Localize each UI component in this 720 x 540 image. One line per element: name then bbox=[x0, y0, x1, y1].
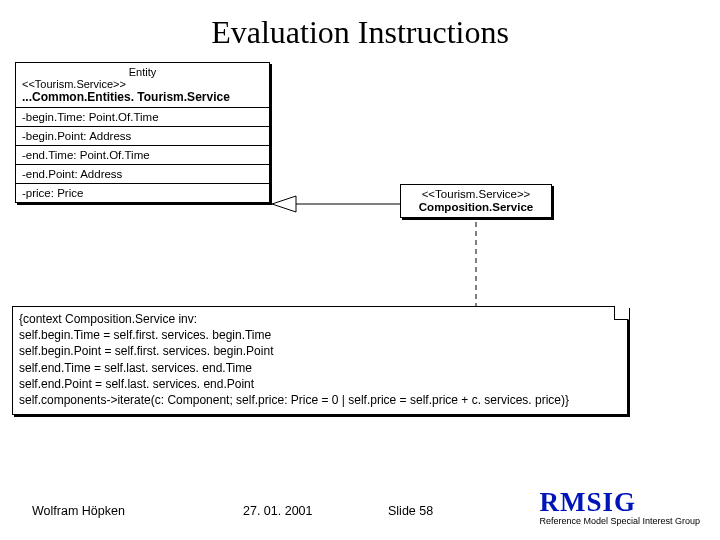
uml-attribute: -begin.Time: Point.Of.Time bbox=[16, 108, 269, 127]
constraint-line: self.end.Point = self.last. services. en… bbox=[19, 376, 621, 392]
composition-stereotype: <<Tourism.Service>> bbox=[401, 185, 551, 200]
uml-attribute: -begin.Point: Address bbox=[16, 127, 269, 146]
footer-logo: RMSIG Reference Model Special Interest G… bbox=[539, 489, 700, 526]
entity-label: Entity bbox=[22, 66, 263, 78]
uml-attribute: -price: Price bbox=[16, 184, 269, 202]
uml-class-composition-service: <<Tourism.Service>> Composition.Service bbox=[400, 184, 552, 218]
uml-attribute: -end.Point: Address bbox=[16, 165, 269, 184]
logo-acronym: RMSIG bbox=[539, 489, 700, 516]
constraint-line: {context Composition.Service inv: bbox=[19, 311, 621, 327]
logo-subtitle: Reference Model Special Interest Group bbox=[539, 516, 700, 526]
ocl-constraint-note: {context Composition.Service inv: self.b… bbox=[12, 306, 628, 415]
footer-date: 27. 01. 2001 bbox=[243, 504, 313, 518]
uml-class-tourism-service: Entity <<Tourism.Service>> ...Common.Ent… bbox=[15, 62, 270, 203]
entity-stereotype: <<Tourism.Service>> bbox=[22, 78, 263, 90]
svg-marker-1 bbox=[272, 196, 296, 212]
constraint-line: self.begin.Time = self.first. services. … bbox=[19, 327, 621, 343]
footer-author: Wolfram Höpken bbox=[32, 504, 125, 518]
page-title: Evaluation Instructions bbox=[0, 14, 720, 51]
entity-classname: ...Common.Entities. Tourism.Service bbox=[22, 90, 263, 104]
footer-slide-number: Slide 58 bbox=[388, 504, 433, 518]
constraint-line: self.components->iterate(c: Component; s… bbox=[19, 392, 621, 408]
uml-attribute: -end.Time: Point.Of.Time bbox=[16, 146, 269, 165]
composition-classname: Composition.Service bbox=[401, 200, 551, 217]
note-fold-corner-icon bbox=[614, 306, 628, 320]
uml-class-header: Entity <<Tourism.Service>> ...Common.Ent… bbox=[16, 63, 269, 108]
constraint-line: self.end.Time = self.last. services. end… bbox=[19, 360, 621, 376]
uml-attributes: -begin.Time: Point.Of.Time -begin.Point:… bbox=[16, 108, 269, 202]
constraint-line: self.begin.Point = self.first. services.… bbox=[19, 343, 621, 359]
